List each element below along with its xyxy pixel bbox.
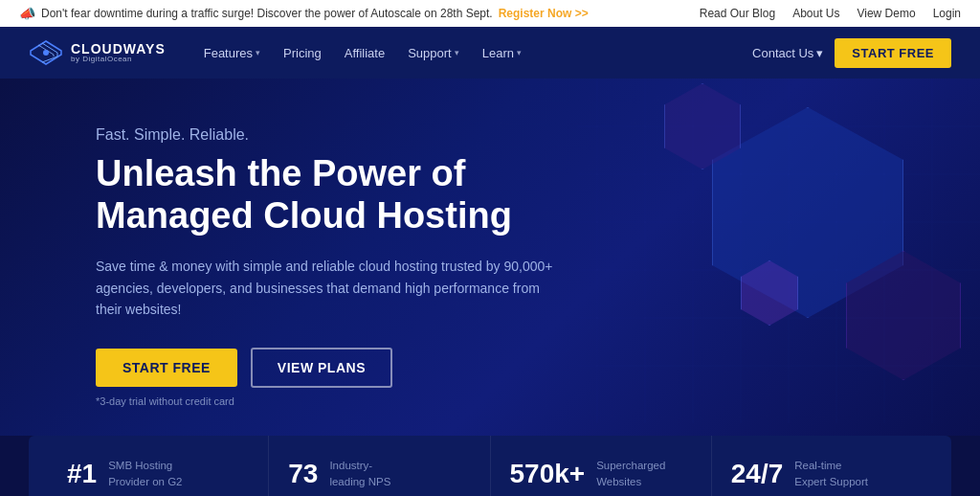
stat-number-1: #1 — [67, 459, 97, 489]
nav-links: Features ▾ Pricing Affiliate Support ▾ L… — [194, 27, 752, 79]
stat-number-2: 73 — [288, 459, 318, 489]
hero-buttons: START FREE VIEW PLANS — [96, 348, 923, 388]
stat-item-2: 73 Industry-leading NPS — [269, 436, 490, 496]
nav-affiliate[interactable]: Affiliate — [335, 27, 394, 79]
svg-point-0 — [43, 50, 49, 56]
stats-bar: #1 SMB Hosting Provider on G2 73 Industr… — [29, 436, 951, 496]
chevron-down-icon: ▾ — [816, 46, 823, 60]
logo-brand: CLOUDWAYS — [71, 42, 166, 56]
contact-us-dropdown[interactable]: Contact Us ▾ — [752, 46, 823, 60]
view-plans-button[interactable]: VIEW PLANS — [251, 348, 392, 388]
stat-number-4: 24/7 — [731, 459, 784, 489]
announcement-left: 📣 Don't fear downtime during a traffic s… — [19, 6, 589, 21]
hero-description: Save time & money with simple and reliab… — [96, 256, 555, 320]
nav-support[interactable]: Support ▾ — [398, 27, 469, 79]
read-blog-link[interactable]: Read Our Blog — [700, 7, 775, 20]
hero-title: Unleash the Power of Managed Cloud Hosti… — [96, 153, 574, 237]
nav-right: Contact Us ▾ START FREE — [752, 38, 951, 68]
navbar: CLOUDWAYS by DigitalOcean Features ▾ Pri… — [0, 27, 980, 79]
chevron-down-icon: ▾ — [455, 48, 459, 57]
chevron-down-icon: ▾ — [256, 48, 260, 57]
logo-sub: by DigitalOcean — [71, 56, 166, 63]
nav-pricing[interactable]: Pricing — [274, 27, 331, 79]
hero-tagline: Fast. Simple. Reliable. — [96, 126, 923, 144]
stat-desc-2: Industry-leading NPS — [329, 458, 406, 488]
stat-item-3: 570k+ Supercharged Websites — [491, 436, 712, 496]
announcement-text: Don't fear downtime during a traffic sur… — [41, 7, 493, 20]
view-demo-link[interactable]: View Demo — [857, 7, 915, 20]
nav-learn[interactable]: Learn ▾ — [473, 27, 531, 79]
logo-text: CLOUDWAYS by DigitalOcean — [71, 42, 166, 63]
hero-section: Fast. Simple. Reliable. Unleash the Powe… — [0, 79, 980, 436]
register-now-link[interactable]: Register Now >> — [499, 7, 589, 20]
announcement-bar: 📣 Don't fear downtime during a traffic s… — [0, 0, 980, 27]
stat-item-4: 24/7 Real-time Expert Support — [712, 436, 932, 496]
logo-icon — [29, 39, 63, 66]
stat-desc-1: SMB Hosting Provider on G2 — [108, 458, 185, 488]
about-us-link[interactable]: About Us — [792, 7, 839, 20]
logo[interactable]: CLOUDWAYS by DigitalOcean — [29, 39, 166, 66]
stat-desc-4: Real-time Expert Support — [794, 458, 871, 488]
nav-features[interactable]: Features ▾ — [194, 27, 270, 79]
start-free-nav-button[interactable]: START FREE — [835, 38, 951, 68]
stat-desc-3: Supercharged Websites — [596, 458, 673, 488]
start-free-hero-button[interactable]: START FREE — [96, 349, 237, 387]
announcement-right: Read Our Blog About Us View Demo Login — [700, 7, 961, 20]
stat-item-1: #1 SMB Hosting Provider on G2 — [48, 436, 269, 496]
stat-number-3: 570k+ — [510, 459, 586, 489]
login-link[interactable]: Login — [933, 7, 961, 20]
megaphone-icon: 📣 — [19, 6, 35, 21]
chevron-down-icon: ▾ — [517, 48, 522, 57]
trial-note: *3-day trial without credit card — [96, 395, 923, 407]
